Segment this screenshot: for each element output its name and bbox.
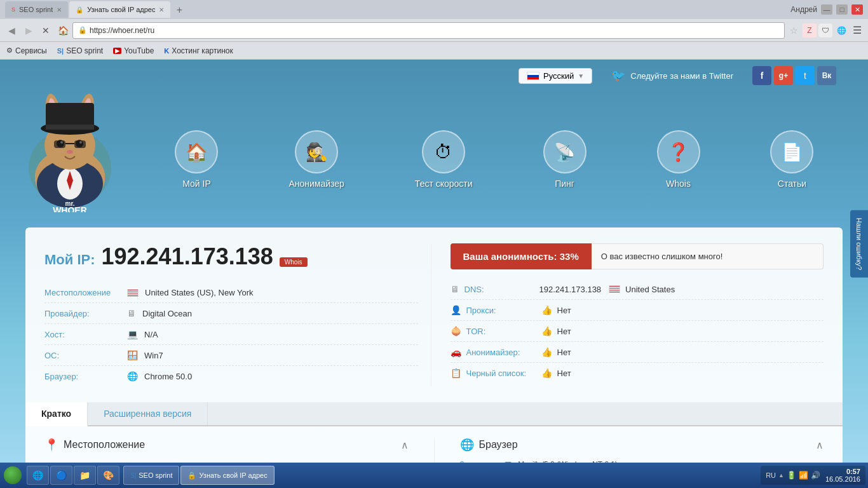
bookmark-seo-sprint[interactable]: S| SEO sprint bbox=[57, 46, 103, 55]
anon-detail-icon: 🚗 bbox=[451, 347, 461, 357]
hosting-icon: K bbox=[164, 47, 169, 55]
detail-os: ОС: 🪟 Win7 bbox=[44, 345, 418, 366]
anon-detail-value: Нет bbox=[557, 348, 571, 357]
social-icons-group: f g+ t Вк bbox=[752, 66, 836, 85]
whoer-taskbar-icon: 🔒 bbox=[187, 471, 196, 480]
bookmark-hosting[interactable]: K Хостинг картинок bbox=[164, 46, 233, 55]
minimize-button[interactable]: — bbox=[821, 4, 832, 15]
maximize-button[interactable]: □ bbox=[836, 4, 848, 15]
nav-icons-row: 🏠 Мой IP 🕵 Анонимайзер ⏱ Тест скорости 📡… bbox=[140, 111, 849, 189]
tab-whoer[interactable]: 🔒 Узнать свой IP адрес ✕ bbox=[69, 1, 170, 18]
location-section-icon: 📍 bbox=[44, 438, 58, 452]
anon-row: 🚗 Анонимайзер: 👍 Нет bbox=[451, 342, 824, 363]
sections-row: 📍 Местоположение ∧ 🌐 Браузер ∧ Заголовки… bbox=[25, 426, 843, 463]
proxy-icon: 👤 bbox=[451, 305, 461, 315]
tab-close-seo[interactable]: ✕ bbox=[57, 6, 62, 13]
os-icon: 🪟 bbox=[127, 350, 138, 360]
nav-bar: ◀ ▶ ✕ 🏠 🔒 https://whoer.net/ru ☆ Z 🛡 🌐 ☰ bbox=[0, 19, 868, 42]
start-button[interactable] bbox=[3, 465, 23, 485]
dns-flag bbox=[609, 285, 620, 293]
tab-close-whoer[interactable]: ✕ bbox=[159, 6, 164, 13]
browser-label: Браузер: bbox=[44, 372, 121, 381]
tor-thumb: 👍 bbox=[541, 326, 552, 336]
svg-point-21 bbox=[67, 150, 73, 154]
location-label: Местоположение bbox=[44, 288, 121, 297]
facebook-icon[interactable]: f bbox=[752, 66, 771, 85]
nav-articles[interactable]: 📄 Статьи bbox=[770, 130, 813, 189]
my-ip-heading: Мой IP: bbox=[44, 252, 95, 268]
twitter-social-icon[interactable]: t bbox=[796, 66, 815, 85]
lang-selector[interactable]: Русский ▼ bbox=[519, 68, 592, 84]
user-name: Андрей bbox=[790, 5, 817, 14]
paint-icon: 🎨 bbox=[103, 470, 114, 480]
articles-icon: 📄 bbox=[770, 130, 813, 173]
page-content: Русский ▼ 🐦 Следуйте за нами в Twitter f… bbox=[0, 60, 868, 463]
proxy-thumb: 👍 bbox=[541, 305, 552, 315]
anonymizer-label: Анонимайзер bbox=[288, 179, 344, 189]
host-label: Хост: bbox=[44, 330, 121, 339]
nav-whois[interactable]: ❓ Whois bbox=[657, 130, 700, 189]
bookmark-servisy[interactable]: ⚙ Сервисы bbox=[6, 46, 47, 55]
servisy-label: Сервисы bbox=[15, 46, 47, 55]
seo-taskbar-label: SEO sprint bbox=[139, 471, 172, 479]
tray-icon-1: 🔋 bbox=[787, 471, 796, 480]
extension-icon-3[interactable]: 🌐 bbox=[834, 24, 848, 37]
bookmark-youtube[interactable]: ▶ YouTube bbox=[113, 46, 154, 55]
tab-seo-sprint[interactable]: S SEO sprint ✕ bbox=[5, 1, 68, 18]
twitter-follow[interactable]: 🐦 Следуйте за нами в Twitter bbox=[611, 69, 733, 83]
tor-label: TOR: bbox=[466, 327, 536, 336]
taskbar-app-chrome[interactable]: 🔵 bbox=[50, 466, 72, 485]
speed-test-label: Тест скорости bbox=[415, 179, 473, 189]
address-bar[interactable]: 🔒 https://whoer.net/ru bbox=[72, 22, 785, 39]
extension-icon-2[interactable]: 🛡 bbox=[818, 24, 832, 37]
ip-left-panel: Мой IP: 192.241.173.138 Whois Местополож… bbox=[44, 243, 431, 386]
taskbar-app-ie[interactable]: 🌐 bbox=[27, 466, 49, 485]
taskbar-app-explorer[interactable]: 📁 bbox=[74, 466, 96, 485]
system-tray: RU ▲ 🔋 📶 🔊 0:57 16.05.2016 bbox=[761, 466, 865, 485]
blacklist-row: 📋 Черный список: 👍 Нет bbox=[451, 363, 824, 383]
taskbar-whoer-app[interactable]: 🔒 Узнать свой IP адрес bbox=[180, 466, 274, 485]
home-button[interactable]: 🏠 bbox=[55, 23, 71, 38]
feedback-label: Нашли ошибку? bbox=[855, 218, 863, 270]
nav-anonymizer[interactable]: 🕵 Анонимайзер bbox=[288, 130, 344, 189]
reload-button[interactable]: ✕ bbox=[38, 23, 53, 38]
host-value: N/A bbox=[144, 330, 158, 339]
location-section-title: Местоположение bbox=[64, 439, 145, 451]
svg-rect-13 bbox=[46, 125, 94, 130]
close-window-button[interactable]: ✕ bbox=[851, 4, 863, 15]
ip-details: Местоположение United States (US), New Y… bbox=[44, 283, 418, 386]
servisy-icon: ⚙ bbox=[6, 46, 13, 55]
menu-button[interactable]: ☰ bbox=[850, 24, 864, 37]
proxy-value: Нет bbox=[557, 306, 571, 315]
nav-speed-test[interactable]: ⏱ Тест скорости bbox=[415, 130, 473, 189]
main-nav-area: mr. WHOER 🏠 Мой IP 🕵 Анонимайзер ⏱ Тест … bbox=[0, 85, 868, 227]
address-text: https://whoer.net/ru bbox=[90, 26, 779, 35]
youtube-label: YouTube bbox=[124, 46, 154, 55]
whois-badge[interactable]: Whois bbox=[280, 257, 308, 267]
dns-icon: 🖥 bbox=[451, 284, 459, 294]
bookmark-star[interactable]: ☆ bbox=[787, 24, 801, 37]
nav-ping[interactable]: 📡 Пинг bbox=[543, 130, 587, 189]
forward-button[interactable]: ▶ bbox=[21, 23, 36, 38]
twitter-icon: 🐦 bbox=[611, 69, 625, 83]
clock-date: 16.05.2016 bbox=[825, 475, 860, 483]
ping-icon: 📡 bbox=[543, 130, 587, 173]
browser-chevron[interactable]: ∧ bbox=[816, 439, 824, 451]
extension-icon-1[interactable]: Z bbox=[803, 24, 817, 37]
dns-ip-value: 192.241.173.138 bbox=[539, 285, 602, 294]
location-chevron[interactable]: ∧ bbox=[401, 439, 409, 451]
tab-extended[interactable]: Расширенная версия bbox=[88, 402, 208, 425]
google-plus-icon[interactable]: g+ bbox=[774, 66, 793, 85]
nav-my-ip[interactable]: 🏠 Мой IP bbox=[175, 130, 218, 189]
dns-row: 🖥 DNS: 192.241.173.138 United States bbox=[451, 279, 824, 300]
tray-arrow[interactable]: ▲ bbox=[778, 472, 784, 478]
back-button[interactable]: ◀ bbox=[4, 23, 19, 38]
taskbar-seo-app[interactable]: S| SEO sprint bbox=[123, 466, 179, 485]
taskbar-app-paint[interactable]: 🎨 bbox=[97, 466, 119, 485]
tab-brief[interactable]: Кратко bbox=[25, 402, 88, 426]
clock-time: 0:57 bbox=[825, 468, 860, 475]
vk-icon[interactable]: Вк bbox=[817, 66, 836, 85]
feedback-tab[interactable]: Нашли ошибку? bbox=[850, 210, 868, 278]
anon-detail-label[interactable]: Анонимайзер: bbox=[466, 348, 536, 357]
new-tab-button[interactable]: + bbox=[172, 3, 187, 18]
